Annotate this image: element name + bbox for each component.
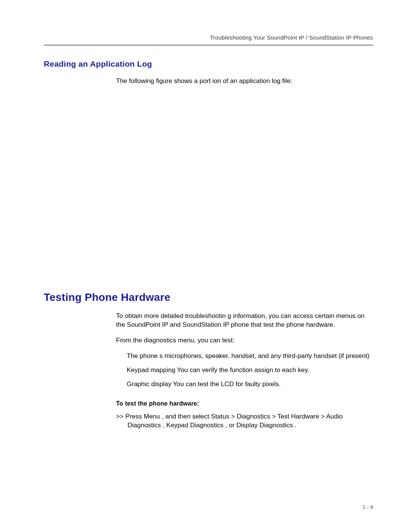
intro-paragraph: The following figure shows a port ion of… xyxy=(116,77,373,86)
document-page: Troubleshooting Your SoundPoint IP / Sou… xyxy=(0,0,411,454)
list-item: Keypad mapping You can verify the functi… xyxy=(127,366,373,375)
procedure-subheading: To test the phone hardware: xyxy=(116,400,373,407)
paragraph-hardware-intro: To obtain more detailed troubleshootin g… xyxy=(116,312,373,329)
page-number: 5 - 9 xyxy=(363,504,373,511)
list-item: The phone s microphones, speaker, handse… xyxy=(127,352,373,361)
list-item: Graphic display You can test the LCD for… xyxy=(127,380,373,389)
procedure-step: >> Press Menu , and then select Status >… xyxy=(116,412,373,430)
chapter-header: Troubleshooting Your SoundPoint IP / Sou… xyxy=(44,34,373,41)
section-heading-reading-log: Reading an Application Log xyxy=(44,59,373,69)
header-divider xyxy=(44,45,373,46)
paragraph-diagnostics-intro: From the diagnostics menu, you can test: xyxy=(116,336,373,345)
section-heading-testing-hardware: Testing Phone Hardware xyxy=(44,291,373,304)
